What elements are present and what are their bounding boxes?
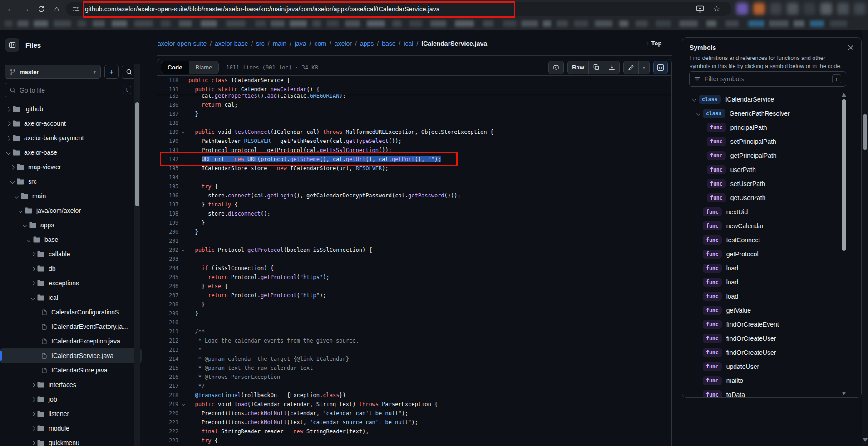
tree-folder-quickmenu[interactable]: quickmenu — [0, 436, 142, 446]
tree-file-icalendarservice-java[interactable]: ICalendarService.java — [0, 348, 142, 363]
filter-symbols-input[interactable] — [705, 75, 809, 83]
tree-folder-interfaces[interactable]: interfaces — [0, 377, 142, 392]
symbol-func-principalPath[interactable]: funcprincipalPath — [682, 120, 862, 134]
line-number[interactable]: 218 — [157, 391, 178, 400]
home-icon[interactable]: ⌂ — [51, 3, 63, 15]
tree-folder-main[interactable]: main — [0, 189, 142, 203]
symbol-func-setUserPath[interactable]: funcsetUserPath — [682, 176, 862, 191]
forward-icon[interactable]: → — [20, 3, 32, 15]
breadcrumb-link[interactable]: axelor-base — [215, 40, 248, 47]
line-number[interactable]: 217 — [157, 382, 178, 391]
tree-file-calendarconfigurations-[interactable]: CalendarConfigurationS... — [0, 305, 142, 319]
tree-scrollbar-thumb[interactable] — [135, 102, 139, 206]
copilot-button[interactable] — [548, 61, 564, 74]
line-number[interactable]: 209 — [157, 309, 178, 318]
line-number[interactable]: 188 — [157, 118, 178, 127]
line-number[interactable]: 118 — [157, 76, 178, 85]
line-number[interactable]: 189 — [157, 127, 178, 137]
line-number[interactable]: 223 — [157, 436, 178, 445]
go-to-file-box[interactable]: t — [5, 83, 136, 97]
tree-folder--github[interactable]: .github — [0, 102, 142, 116]
symbol-func-newCalendar[interactable]: funcnewCalendar — [682, 219, 862, 233]
line-number[interactable]: 187 — [157, 109, 178, 118]
breadcrumb-link[interactable]: main — [273, 40, 286, 47]
tree-file-icalendarexception-java[interactable]: ICalendarException.java — [0, 334, 142, 348]
install-app-icon[interactable] — [696, 5, 704, 13]
symbol-func-nextUid[interactable]: funcnextUid — [682, 205, 862, 219]
tree-file-icalendarstore-java[interactable]: ICalendarStore.java — [0, 363, 142, 377]
tree-folder-exceptions[interactable]: exceptions — [0, 276, 142, 290]
line-number[interactable]: 219 — [157, 400, 178, 409]
tree-folder-axelor-base[interactable]: axelor-base — [0, 145, 142, 160]
breadcrumb-link[interactable]: src — [256, 40, 265, 47]
line-number[interactable]: 213 — [157, 345, 178, 354]
close-icon[interactable] — [848, 44, 854, 51]
line-number[interactable]: 191 — [157, 146, 178, 155]
symbol-func-getValue[interactable]: funcgetValue — [682, 303, 862, 317]
symbol-func-getUserPath[interactable]: funcgetUserPath — [682, 191, 862, 205]
symbols-scrollbar-thumb[interactable] — [842, 99, 846, 251]
line-number[interactable]: 208 — [157, 300, 178, 309]
line-number[interactable]: 206 — [157, 282, 178, 291]
symbol-func-mailto[interactable]: funcmailto — [682, 373, 862, 387]
line-number[interactable]: 185 — [157, 94, 178, 100]
filter-symbols-box[interactable]: r — [689, 71, 846, 87]
tree-file-icalendareventfactory-ja-[interactable]: ICalendarEventFactory.ja... — [0, 319, 142, 334]
line-number[interactable]: 210 — [157, 318, 178, 327]
line-number[interactable]: 203 — [157, 255, 178, 264]
back-icon[interactable]: ← — [5, 3, 16, 15]
tree-folder-src[interactable]: src — [0, 174, 142, 189]
breadcrumb-link[interactable]: apps — [360, 40, 374, 47]
symbol-func-load[interactable]: funcload — [682, 289, 862, 303]
bookmark-star-icon[interactable]: ☆ — [713, 4, 720, 14]
line-number[interactable]: 207 — [157, 291, 178, 300]
line-number[interactable]: 202 — [157, 245, 178, 255]
line-number[interactable]: 211 — [157, 327, 178, 336]
breadcrumb-link[interactable]: axelor-open-suite — [158, 40, 207, 47]
tab-code[interactable]: Code — [161, 61, 189, 74]
line-number[interactable]: 212 — [157, 336, 178, 345]
symbol-func-load[interactable]: funcload — [682, 275, 862, 289]
address-bar[interactable]: github.com/axelor/axelor-open-suite/blob… — [66, 2, 731, 16]
go-to-file-input[interactable] — [20, 87, 110, 94]
line-number[interactable]: 216 — [157, 372, 178, 382]
symbol-func-toData[interactable]: functoData — [682, 387, 862, 398]
fold-chevron-icon[interactable] — [182, 247, 185, 251]
line-number[interactable]: 215 — [157, 363, 178, 372]
tree-folder-axelor-account[interactable]: axelor-account — [0, 116, 142, 131]
edit-button[interactable] — [624, 61, 638, 74]
tree-folder-callable[interactable]: callable — [0, 247, 142, 261]
tree-folder-listener[interactable]: listener — [0, 407, 142, 421]
back-to-top-link[interactable]: ↑Top — [646, 40, 661, 47]
page-scrollbar-track[interactable] — [862, 30, 868, 446]
breadcrumb-link[interactable]: ical — [404, 40, 413, 47]
symbol-func-findOrCreateEvent[interactable]: funcfindOrCreateEvent — [682, 317, 862, 331]
line-number[interactable]: 186 — [157, 100, 178, 109]
add-file-button[interactable]: + — [104, 65, 119, 79]
tree-folder-job[interactable]: job — [0, 392, 142, 407]
symbols-panel-toggle-button[interactable] — [653, 61, 668, 74]
tab-blame[interactable]: Blame — [189, 61, 219, 74]
line-number[interactable]: 192 — [157, 155, 178, 164]
branch-selector[interactable]: master ▾ — [5, 65, 101, 79]
scroll-down-arrow-icon[interactable] — [842, 392, 846, 395]
breadcrumb-link[interactable]: axelor — [335, 40, 352, 47]
line-number[interactable]: 198 — [157, 209, 178, 218]
breadcrumb-link[interactable]: java — [295, 40, 306, 47]
symbol-class-ICalendarService[interactable]: classICalendarService — [682, 92, 862, 106]
edit-dropdown-button[interactable]: ▾ — [638, 61, 649, 74]
symbol-class-GenericPathResolver[interactable]: classGenericPathResolver — [682, 106, 862, 120]
line-number[interactable]: 199 — [157, 218, 178, 227]
line-number[interactable]: 201 — [157, 236, 178, 245]
url-text[interactable]: github.com/axelor/axelor-open-suite/blob… — [85, 5, 440, 13]
line-number[interactable]: 200 — [157, 227, 178, 236]
line-number[interactable]: 221 — [157, 418, 178, 427]
collapse-sidebar-button[interactable] — [5, 38, 19, 52]
tree-folder-java-com-axelor[interactable]: java/com/axelor — [0, 203, 142, 218]
fold-chevron-icon[interactable] — [182, 129, 185, 133]
line-number[interactable]: 197 — [157, 200, 178, 209]
tree-folder-module[interactable]: module — [0, 421, 142, 436]
scroll-up-arrow-icon[interactable] — [842, 93, 846, 97]
symbol-func-load[interactable]: funcload — [682, 261, 862, 275]
line-number[interactable]: 181 — [157, 85, 178, 94]
